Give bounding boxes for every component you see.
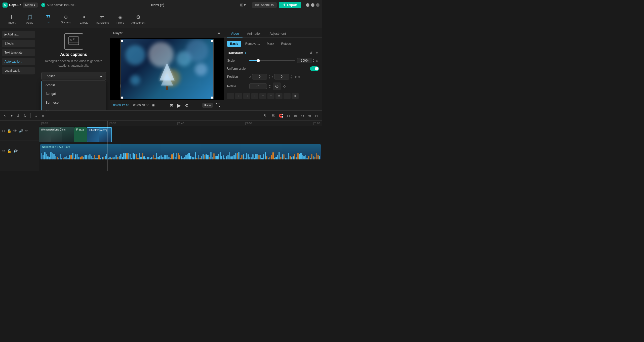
toolbar-adjustment[interactable]: ⚙ Adjustment xyxy=(129,10,147,28)
distribute-v-button[interactable]: ⋮ xyxy=(284,93,291,99)
split-button[interactable]: ⊕ xyxy=(33,113,39,118)
scale-input[interactable] xyxy=(297,58,312,63)
language-option-burmese[interactable]: Burmese xyxy=(42,98,106,107)
video-clip-1[interactable]: Woman packing Chris xyxy=(39,127,74,142)
ruler-marks: |00:20 |00:30 |00:40 |00:50 |01:00 xyxy=(41,122,320,125)
toolbar-filters[interactable]: ◈ Filters xyxy=(111,10,129,28)
ratio-button[interactable]: Ratio xyxy=(202,103,213,108)
svg-text:A: A xyxy=(69,38,72,42)
uniform-scale-toggle[interactable] xyxy=(310,66,319,71)
rotate-diamond-button[interactable]: ◇ xyxy=(283,84,287,89)
rotate-input[interactable] xyxy=(249,83,267,89)
frame-back-button[interactable]: ⟲ xyxy=(184,103,189,108)
pos-x-up[interactable]: ▲ xyxy=(268,74,270,77)
rotate-center-button[interactable]: ⊙ xyxy=(273,82,281,90)
maximize-button[interactable] xyxy=(311,3,314,7)
language-option-arabic[interactable]: Arabic xyxy=(42,80,106,89)
effects-button[interactable]: Effects xyxy=(2,40,35,47)
scale-down-button[interactable]: ▼ xyxy=(313,61,315,63)
minimize-button[interactable] xyxy=(306,3,309,7)
align-bottom-button[interactable]: ⊡ xyxy=(267,93,274,99)
zoom-in-button[interactable]: ⊕ xyxy=(307,113,312,118)
prop-tab-retouch[interactable]: Retouch xyxy=(278,41,296,47)
align-left-button[interactable]: ⊢ xyxy=(227,93,234,99)
audio-lock-icon[interactable]: 🔒 xyxy=(7,149,11,153)
prop-tab-mask[interactable]: Mask xyxy=(264,41,277,47)
pos-y-down[interactable]: ▼ xyxy=(290,77,292,79)
redo-button[interactable]: ↻ xyxy=(22,113,28,118)
export-button[interactable]: ⬆ Export xyxy=(279,2,301,8)
grid-view-button[interactable]: ⊞ xyxy=(151,103,156,108)
toolbar-stickers[interactable]: ☺ Stickers xyxy=(57,10,75,28)
lock-track-icon[interactable]: 🔒 xyxy=(7,129,11,133)
add-text-button[interactable]: ▶ Add text xyxy=(2,31,35,38)
flip-button[interactable]: ⇕ xyxy=(292,93,299,99)
text-template-button[interactable]: Text template xyxy=(2,49,35,56)
video-track-icon[interactable]: ⊟ xyxy=(2,129,5,133)
prop-tab-basic[interactable]: Basic xyxy=(227,41,241,47)
position-x-input[interactable] xyxy=(252,74,267,79)
prop-tab-remove[interactable]: Remove ... xyxy=(242,41,263,47)
player-menu-button[interactable]: ≡ xyxy=(217,30,221,36)
crop-button[interactable]: ⊠ xyxy=(40,113,46,118)
scale-slider[interactable] xyxy=(249,60,295,61)
zoom-fit-tl-button[interactable]: ⊡ xyxy=(314,113,319,118)
captions-button[interactable]: ⊞ xyxy=(293,113,298,118)
magnet-button[interactable]: 🧲 xyxy=(277,113,284,118)
tab-adjustment[interactable]: Adjustment xyxy=(266,30,290,37)
position-y-input[interactable] xyxy=(274,74,289,79)
link-button[interactable]: ⛓ xyxy=(270,113,276,118)
toolbar-effects[interactable]: ✦ Effects xyxy=(75,10,93,28)
close-button[interactable] xyxy=(316,3,319,7)
language-option-bengali[interactable]: Bengali xyxy=(42,89,106,98)
zoom-fit-button[interactable]: ⊡ xyxy=(169,103,174,108)
menu-button[interactable]: Menu ▾ xyxy=(23,3,38,8)
microphone-button[interactable]: 🎙 xyxy=(262,113,268,118)
align-top-button[interactable]: ⊤ xyxy=(251,93,258,99)
subtitle-button[interactable]: ⊟ xyxy=(286,113,291,118)
language-option-chinese[interactable]: Chinese xyxy=(42,107,106,110)
tab-video[interactable]: Video xyxy=(227,30,243,37)
diamond-button[interactable]: ◇ xyxy=(315,50,319,55)
scale-thumb[interactable] xyxy=(257,59,260,62)
language-dropdown-trigger[interactable]: English ▲ xyxy=(41,72,106,80)
volume-track-icon[interactable]: 🔊 xyxy=(19,129,23,133)
distribute-h-button[interactable]: ≡ xyxy=(275,93,283,99)
video-clip-freeze[interactable]: Freeze xyxy=(74,127,87,142)
pos-x-down[interactable]: ▼ xyxy=(268,77,270,79)
undo-transform-button[interactable]: ↺ xyxy=(309,50,313,55)
pos-y-up[interactable]: ▲ xyxy=(290,74,292,77)
zoom-out-button[interactable]: ⊖ xyxy=(300,113,305,118)
tab-animation[interactable]: Animation xyxy=(244,30,265,37)
audio-track[interactable]: Nothing but Love (Lofi) xyxy=(40,144,321,159)
edit-track-icon[interactable]: ✏ xyxy=(25,129,28,133)
shortcuts-button[interactable]: ⌨ Shortcuts xyxy=(252,2,277,8)
position-diamond-button[interactable]: ◇◇ xyxy=(294,74,301,79)
align-center-h-button[interactable]: ⊥ xyxy=(235,93,242,99)
language-dropdown: English ▲ Arabic Bengali Burmese xyxy=(41,72,106,80)
scale-up-button[interactable]: ▲ xyxy=(313,59,315,61)
toolbar-import[interactable]: ⬇ Import xyxy=(3,10,21,28)
scale-diamond-button[interactable]: ◇ xyxy=(315,58,319,63)
align-right-button[interactable]: ⊣ xyxy=(243,93,250,99)
toolbar-audio[interactable]: 🎵 Audio xyxy=(21,10,39,28)
video-clip-3[interactable]: Christmas comp xyxy=(87,127,112,142)
local-captions-button[interactable]: Local capti... xyxy=(2,67,35,74)
audio-volume-icon[interactable]: 🔊 xyxy=(13,149,18,153)
top-right-controls: ⊞▾ ⌨ Shortcuts ⬆ Export xyxy=(240,2,319,8)
auto-captions-button[interactable]: Auto captio... xyxy=(2,58,35,65)
rotate-down[interactable]: ▼ xyxy=(269,87,271,89)
play-button[interactable]: ▶ xyxy=(176,102,182,109)
check-icon: ✓ xyxy=(41,3,45,7)
cursor-tool-button[interactable]: ↖ xyxy=(3,113,8,118)
rotate-up[interactable]: ▲ xyxy=(269,84,271,86)
layout-button[interactable]: ⊞▾ xyxy=(240,3,246,7)
fullscreen-button[interactable]: ⛶ xyxy=(215,103,221,108)
toolbar-transitions[interactable]: ⇄ Transitions xyxy=(93,10,111,28)
undo-button[interactable]: ↺ xyxy=(15,113,21,118)
align-center-v-button[interactable]: ⊞ xyxy=(259,93,266,99)
eye-track-icon[interactable]: 👁 xyxy=(13,129,17,133)
audio-refresh-icon[interactable]: ↻ xyxy=(2,149,5,153)
cursor-dropdown-button[interactable]: ▾ xyxy=(10,113,14,118)
toolbar-text[interactable]: TI Text xyxy=(39,10,57,28)
